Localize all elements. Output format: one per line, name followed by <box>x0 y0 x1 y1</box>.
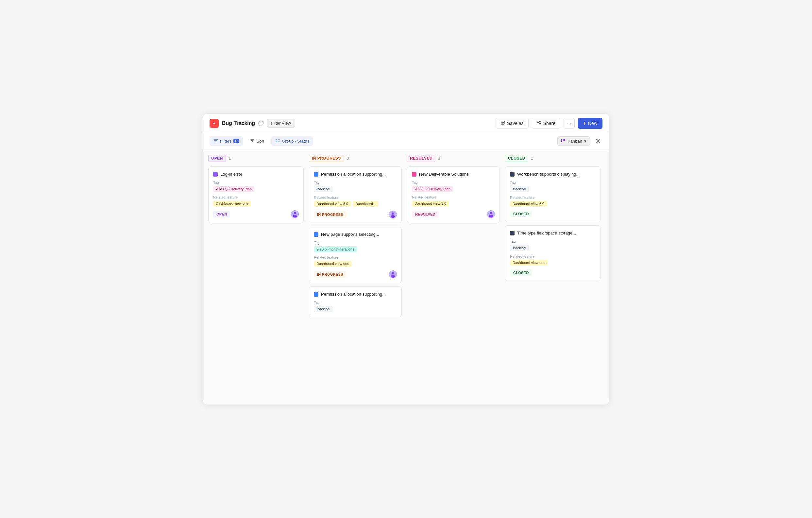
card-type-icon <box>314 292 318 297</box>
svg-point-23 <box>490 212 492 214</box>
filter-view-button[interactable]: Filter View <box>267 119 295 127</box>
group-status-button[interactable]: Group · Status <box>271 136 313 146</box>
related-label: Related feature <box>510 196 596 200</box>
svg-rect-6 <box>278 139 280 140</box>
sort-button[interactable]: Sort <box>246 136 268 146</box>
card-title-row: Log-in error <box>213 171 299 177</box>
card-type-icon <box>412 172 416 177</box>
related-badge: Dashboard view 3.0 <box>314 201 351 207</box>
related-badge: Dashboard view one <box>213 200 251 206</box>
svg-point-2 <box>540 121 540 122</box>
column-open: OPEN 1 Log-in error Tag 2023 Q3 Delivery… <box>208 155 306 399</box>
kanban-icon <box>561 138 566 144</box>
card-title-row: Workbench supports displaying... <box>510 171 596 177</box>
filters-button[interactable]: Filters 6 <box>209 136 243 146</box>
column-count-closed: 2 <box>531 156 533 161</box>
related-feature-field: Related feature Dashboard view one <box>213 195 299 206</box>
tag-field: Tag Backlog <box>314 300 397 312</box>
tag-field: Tag 2023 Q3 Delivery Plan <box>213 180 299 192</box>
svg-point-3 <box>540 123 540 124</box>
related-label: Related feature <box>314 196 397 200</box>
column-resolved: RESOLVED 1 New Deliverable Solutions Tag… <box>404 155 502 399</box>
kanban-board: OPEN 1 Log-in error Tag 2023 Q3 Delivery… <box>203 149 609 405</box>
card-type-icon <box>314 172 318 177</box>
related-feature-field: Related feature Dashboard view 3.0 <box>412 195 495 206</box>
avatar <box>291 210 299 218</box>
more-button[interactable]: ··· <box>563 118 575 128</box>
card-title-row: New Deliverable Solutions <box>412 171 495 177</box>
svg-point-24 <box>489 215 493 218</box>
tag-field: Tag Backlog <box>510 180 596 192</box>
card-title: Log-in error <box>220 171 242 177</box>
svg-point-17 <box>392 212 394 214</box>
column-closed: CLOSED 2 Workbench supports displaying..… <box>502 155 601 399</box>
status-badge: OPEN <box>213 211 230 218</box>
card-title-row: Permission allocation supporting... <box>314 171 397 177</box>
settings-button[interactable] <box>593 136 603 146</box>
app-title: Bug Tracking <box>222 120 255 126</box>
tag-label: Tag <box>314 180 397 184</box>
status-badge: IN PROGRESS <box>314 271 347 278</box>
new-button[interactable]: + New <box>578 118 603 129</box>
column-label-open: OPEN <box>208 155 226 162</box>
card-title: Permission allocation supporting... <box>321 291 386 297</box>
tag-badge: 9-10 bi-month iterations <box>314 246 357 252</box>
related-badges: Dashboard view 3.0Dashboard... <box>314 201 397 207</box>
column-in-progress: IN PROGRESS 3 Permission allocation supp… <box>306 155 404 399</box>
card-open-0: Log-in error Tag 2023 Q3 Delivery Plan R… <box>208 167 304 223</box>
card-footer: CLOSED <box>510 210 596 217</box>
card-type-icon <box>510 172 515 177</box>
related-feature-field: Related feature Dashboard view one <box>314 255 397 266</box>
avatar <box>389 270 397 278</box>
svg-point-21 <box>391 275 395 278</box>
column-count-resolved: 1 <box>438 156 440 161</box>
tag-field: Tag 9-10 bi-month iterations <box>314 241 397 252</box>
related-badge: Dashboard view one <box>510 260 548 265</box>
app-container: Bug Tracking i Filter View Save as <box>203 114 609 405</box>
svg-rect-10 <box>563 139 564 141</box>
related-badge: Dashboard... <box>353 201 379 207</box>
svg-point-18 <box>391 215 395 218</box>
svg-rect-7 <box>276 141 277 142</box>
related-badge: Dashboard view 3.0 <box>412 200 449 206</box>
tag-field: Tag 2023 Q3 Delivery Plan <box>412 180 495 192</box>
save-icon <box>500 120 505 126</box>
svg-rect-8 <box>278 141 280 142</box>
column-header-open: OPEN 1 <box>208 155 304 162</box>
status-badge: RESOLVED <box>412 211 439 218</box>
tag-label: Tag <box>213 180 299 184</box>
related-label: Related feature <box>314 255 397 259</box>
tag-badge: Backlog <box>314 186 332 192</box>
card-footer: OPEN <box>213 210 299 218</box>
info-icon[interactable]: i <box>258 121 263 126</box>
card-in-progress-2: Permission allocation supporting... Tag … <box>309 286 402 317</box>
card-title: Permission allocation supporting... <box>321 171 386 177</box>
card-title: Time type field/space storage... <box>517 230 576 236</box>
column-label-closed: CLOSED <box>505 155 528 162</box>
card-title: Workbench supports displaying... <box>517 171 580 177</box>
status-badge: CLOSED <box>510 269 532 276</box>
tag-label: Tag <box>314 300 397 305</box>
card-footer: IN PROGRESS <box>314 210 397 219</box>
card-title-row: New page supports selecting... <box>314 232 397 237</box>
tag-badge: Backlog <box>314 306 332 312</box>
share-button[interactable]: Share <box>532 118 560 128</box>
related-label: Related feature <box>412 195 495 199</box>
tag-label: Tag <box>510 239 596 243</box>
header-left: Bug Tracking i Filter View <box>209 119 295 128</box>
save-as-button[interactable]: Save as <box>496 118 529 128</box>
related-badge: Dashboard view one <box>314 261 352 266</box>
related-badges: Dashboard view one <box>510 260 596 265</box>
related-label: Related feature <box>510 254 596 258</box>
plus-icon: + <box>583 120 586 126</box>
tag-badge: Backlog <box>510 244 529 251</box>
svg-point-4 <box>538 122 539 123</box>
chevron-down-icon: ▾ <box>584 139 586 144</box>
related-badges: Dashboard view 3.0 <box>510 201 596 207</box>
kanban-selector-button[interactable]: Kanban ▾ <box>557 136 590 146</box>
card-footer: CLOSED <box>510 269 596 276</box>
column-label-in-progress: IN PROGRESS <box>309 155 344 162</box>
column-count-in-progress: 3 <box>347 156 349 161</box>
card-footer: RESOLVED <box>412 210 495 218</box>
tag-label: Tag <box>510 180 596 184</box>
